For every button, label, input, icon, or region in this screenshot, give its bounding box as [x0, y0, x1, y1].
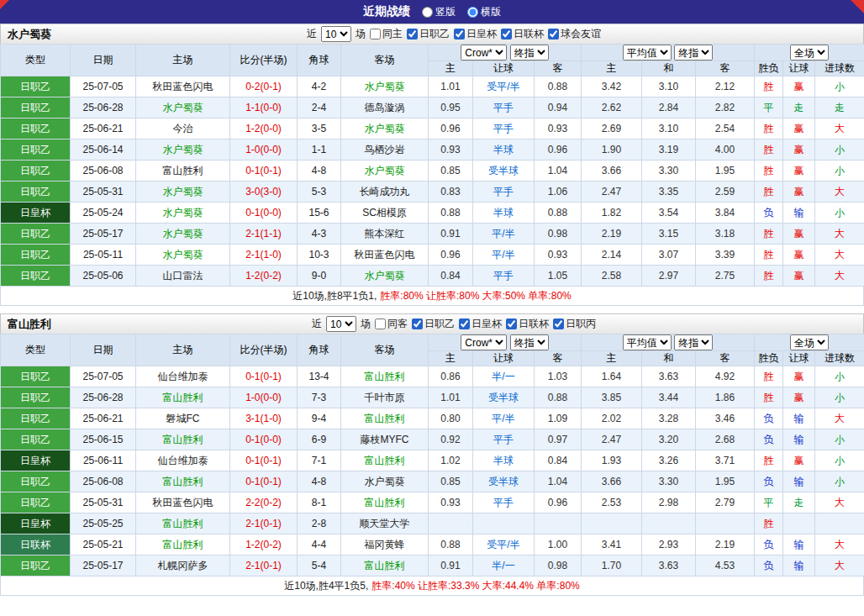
layout-option-vertical[interactable]: 竖版: [422, 5, 456, 19]
bookmaker-select[interactable]: Crow*: [461, 45, 507, 61]
league-checkbox[interactable]: [454, 29, 465, 39]
league-filter[interactable]: 球会友谊: [548, 27, 601, 41]
same-venue-filter[interactable]: 同客: [375, 317, 408, 331]
league-filter[interactable]: 日职乙: [412, 317, 455, 331]
league-filter[interactable]: 日皇杯: [459, 317, 502, 331]
league-filter[interactable]: 日皇杯: [454, 27, 497, 41]
avg-draw-odds: 3.26: [642, 450, 696, 471]
home-odds: 0.86: [429, 366, 473, 387]
away-team[interactable]: 福冈黄蜂: [341, 534, 429, 555]
league-filter[interactable]: 日职乙: [407, 27, 450, 41]
away-team[interactable]: 德岛漩涡: [341, 97, 429, 118]
league-checkbox[interactable]: [459, 319, 470, 329]
match-row: 日职乙25-05-31水户蜀葵3-0(3-0)5-3长崎成功丸0.83平手1.0…: [1, 182, 864, 203]
home-team[interactable]: 秋田蓝色闪电: [136, 492, 230, 513]
away-team[interactable]: 富山胜利: [341, 492, 429, 513]
away-team[interactable]: 水户蜀葵: [341, 76, 429, 97]
vertical-radio[interactable]: [422, 7, 433, 18]
goals-result-badge: 小: [815, 140, 864, 161]
away-team[interactable]: 水户蜀葵: [341, 118, 429, 140]
home-team[interactable]: 富山胜利: [136, 534, 230, 555]
home-team[interactable]: 水户蜀葵: [136, 245, 230, 266]
home-team[interactable]: 富山胜利: [136, 471, 230, 492]
away-team[interactable]: 水户蜀葵: [341, 471, 429, 492]
games-count-select[interactable]: 10: [321, 26, 351, 42]
bookmaker-select[interactable]: Crow*: [461, 334, 507, 350]
away-team[interactable]: SC相模原: [341, 203, 429, 224]
home-team[interactable]: 富山胜利: [136, 387, 230, 408]
home-team[interactable]: 水户蜀葵: [136, 224, 230, 245]
average-stage-select[interactable]: 终指: [674, 334, 713, 350]
home-odds: [429, 513, 473, 534]
league-filter[interactable]: 日职丙: [553, 317, 596, 331]
home-team[interactable]: 磐城FC: [136, 408, 230, 429]
odds-stage-select[interactable]: 终指: [510, 45, 549, 61]
league-checkbox[interactable]: [553, 319, 564, 329]
team-bar: 富山胜利 近10场同客日职乙日皇杯日联杯日职丙: [0, 313, 864, 334]
avg-draw-odds: 3.35: [642, 182, 696, 203]
odds-stage-select[interactable]: 终指: [510, 334, 549, 350]
league-checkbox[interactable]: [501, 29, 512, 39]
average-select[interactable]: 平均值: [623, 45, 672, 61]
league-filter[interactable]: 日联杯: [501, 27, 544, 41]
average-stage-select[interactable]: 终指: [674, 45, 713, 61]
home-team[interactable]: 水户蜀葵: [136, 140, 230, 161]
avg-home-odds: 2.69: [582, 118, 642, 140]
fulltime-select[interactable]: 全场: [790, 334, 829, 350]
away-team[interactable]: 千叶市原: [341, 387, 429, 408]
avg-draw-odds: 3.20: [642, 429, 696, 450]
avg-away-odds: 3.18: [696, 224, 755, 245]
home-team[interactable]: 水户蜀葵: [136, 182, 230, 203]
away-team[interactable]: 富山胜利: [341, 408, 429, 429]
corner-score: 8-1: [298, 492, 341, 513]
home-team[interactable]: 仙台维加泰: [136, 450, 230, 471]
home-team[interactable]: 山口雷法: [136, 266, 230, 287]
away-team[interactable]: 水户蜀葵: [341, 266, 429, 287]
odds-group-header: Crow* 终指: [429, 45, 582, 61]
home-team[interactable]: 秋田蓝色闪电: [136, 76, 230, 97]
same-venue-checkbox[interactable]: [370, 29, 381, 39]
same-venue-filter[interactable]: 同主: [370, 27, 403, 41]
away-team[interactable]: 秋田蓝色闪电: [341, 245, 429, 266]
fulltime-select[interactable]: 全场: [790, 45, 829, 61]
away-team[interactable]: 藤枝MYFC: [341, 429, 429, 450]
home-team[interactable]: 富山胜利: [136, 161, 230, 182]
home-team[interactable]: 札幌冈萨多: [136, 555, 230, 577]
league-checkbox[interactable]: [548, 29, 559, 39]
match-row: 日职乙25-05-11水户蜀葵2-1(1-0)10-3秋田蓝色闪电0.96平/半…: [1, 245, 864, 266]
avg-away-odds: 4.00: [696, 140, 755, 161]
away-team[interactable]: 鸟栖沙岩: [341, 140, 429, 161]
home-team[interactable]: 今治: [136, 118, 230, 140]
same-venue-checkbox[interactable]: [375, 319, 386, 329]
away-team[interactable]: 富山胜利: [341, 450, 429, 471]
horizontal-radio[interactable]: [467, 7, 478, 18]
average-select[interactable]: 平均值: [623, 334, 672, 350]
home-team[interactable]: 富山胜利: [136, 429, 230, 450]
home-team[interactable]: 水户蜀葵: [136, 97, 230, 118]
away-team[interactable]: 熊本深红: [341, 224, 429, 245]
match-date: 25-05-25: [71, 513, 136, 534]
league-checkbox[interactable]: [506, 319, 517, 329]
home-team[interactable]: 水户蜀葵: [136, 203, 230, 224]
avg-home-odds: 2.62: [582, 97, 642, 118]
home-team[interactable]: 富山胜利: [136, 513, 230, 534]
away-team[interactable]: 富山胜利: [341, 366, 429, 387]
avg-away-odds: [696, 513, 755, 534]
away-team[interactable]: 富山胜利: [341, 555, 429, 577]
avg-draw-odds: 3.10: [642, 118, 696, 140]
league-checkbox[interactable]: [412, 319, 423, 329]
avg-draw-odds: 3.07: [642, 245, 696, 266]
home-team[interactable]: 仙台维加泰: [136, 366, 230, 387]
handicap-result-badge: 赢: [783, 140, 815, 161]
away-team[interactable]: 顺天堂大学: [341, 513, 429, 534]
home-odds: 1.02: [429, 450, 473, 471]
avg-home-odds: 2.14: [582, 245, 642, 266]
league-filter[interactable]: 日联杯: [506, 317, 549, 331]
away-team[interactable]: 长崎成功丸: [341, 182, 429, 203]
record-rates: 胜率:80% 让胜率:80% 大率:50% 单率:80%: [380, 289, 571, 303]
away-odds: 0.88: [535, 387, 582, 408]
league-checkbox[interactable]: [407, 29, 418, 39]
away-team[interactable]: 水户蜀葵: [341, 161, 429, 182]
games-count-select[interactable]: 10: [326, 316, 356, 332]
layout-option-horizontal[interactable]: 横版: [467, 5, 501, 19]
